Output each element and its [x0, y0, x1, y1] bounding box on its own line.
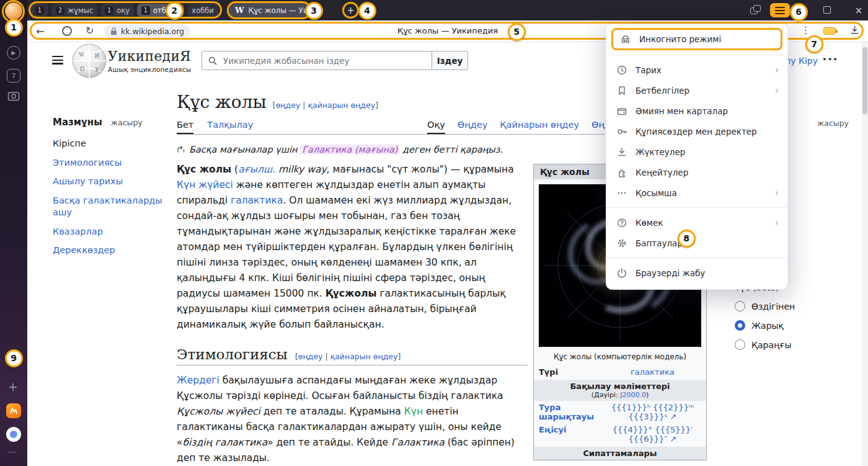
menu-item-downloads[interactable]: Жүктеулер: [606, 141, 787, 162]
sidebar-more-icon[interactable]: ⋯: [8, 447, 17, 457]
toc-hide-button[interactable]: жасыру: [111, 118, 143, 127]
wikipedia-wordmark[interactable]: УикипедиЯ Ашық энциклопедиясы: [108, 48, 191, 73]
image-caption: Құс жолы (компьютерлік модель): [534, 351, 706, 365]
browser-menu: Инкогнито режимі Тарих › Бетбелгілер › Ә…: [606, 24, 788, 290]
menu-item-close-browser[interactable]: Браузерді жабу: [606, 262, 787, 283]
tab-truncated[interactable]: Өң: [591, 120, 604, 134]
downloads-button-icon[interactable]: [849, 25, 860, 38]
chevron-right-icon: ›: [775, 187, 779, 199]
tab-edit[interactable]: Өңдеу: [458, 120, 488, 134]
external-link-icon[interactable]: ↗: [670, 412, 676, 421]
color-option-light[interactable]: Жарық: [735, 320, 846, 331]
alice-assistant-icon[interactable]: [6, 427, 21, 442]
scrollbar[interactable]: [862, 42, 868, 466]
yandex-music-icon[interactable]: [6, 403, 21, 418]
tab-group-jumys[interactable]: 2 жұмыс: [51, 4, 97, 17]
wallet-icon: [616, 105, 627, 117]
menu-item-wallet[interactable]: Әмиян мен карталар: [606, 101, 787, 121]
svg-text:И: И: [95, 53, 99, 59]
browser-menu-button[interactable]: [770, 3, 790, 17]
ra-label-link[interactable]: Тура шарықтауы: [539, 403, 604, 421]
external-link-icon[interactable]: ↗: [670, 434, 676, 444]
svg-text:Ω: Ω: [80, 66, 84, 72]
url-chip[interactable]: kk.wikipedia.org: [104, 24, 190, 38]
article-paragraph: Құс жолы (ағылш. milky way, мағынасы "сү…: [177, 162, 528, 333]
video-play-icon[interactable]: ▶: [7, 46, 20, 60]
extensions-dots-icon[interactable]: ⋮: [801, 25, 810, 36]
color-option-auto[interactable]: Өздігінен: [735, 301, 846, 311]
toc-item[interactable]: Кіріспе: [53, 138, 170, 150]
tab-edit-source[interactable]: Қайнарын өңдеу: [500, 120, 579, 134]
window-maximize-button[interactable]: [823, 6, 831, 14]
tab-groups: 1 2 жұмыс 1 оқу 1 отбасы хобби: [31, 4, 218, 17]
tab-group-label: жұмыс: [68, 6, 93, 15]
tab-group-count: 2: [56, 6, 64, 15]
radio-checked-icon[interactable]: [735, 320, 745, 331]
screenshot-icon[interactable]: [7, 89, 20, 105]
disambiguation-icon: [177, 145, 185, 153]
svg-text:W: W: [79, 52, 84, 58]
menu-item-incognito[interactable]: Инкогнито режимі: [611, 28, 782, 50]
menu-item-extensions[interactable]: Кеңейтулер: [606, 162, 787, 182]
window-close-button[interactable]: ×: [849, 2, 868, 18]
new-tab-button[interactable]: +: [342, 2, 359, 19]
menu-item-history[interactable]: Тарих ›: [606, 60, 787, 80]
menu-item-passwords[interactable]: Құпиясөздер мен деректер: [606, 121, 787, 141]
dec-value: {{{4}}}° {{{5}}}′ {{{6}}}″ ↗: [604, 425, 701, 444]
wikipedia-logo[interactable]: WИΩУ: [72, 43, 107, 81]
tab-counter-badge[interactable]: 7: [7, 69, 20, 83]
search-submit-button[interactable]: Іздеу: [432, 52, 467, 69]
wordmark-title: УикипедиЯ: [108, 48, 191, 64]
annotation-badge-7: 7: [805, 35, 823, 53]
toc-item[interactable]: Басқа галактикаларды ашу: [53, 195, 170, 219]
ra-value: {{{1}}}ʰ {{{2}}}ᵐ {{{3}}}ˢ ↗: [604, 403, 701, 421]
wordmark-tagline: Ашық энциклопедиясы: [108, 66, 191, 73]
toc-item[interactable]: Этимологиясы: [53, 157, 170, 169]
color-option-dark[interactable]: Қараңғы: [735, 339, 846, 350]
chevron-right-icon: ›: [775, 85, 779, 96]
menu-item-more[interactable]: Қосымша ›: [606, 182, 787, 203]
infobox-label: Түрі: [539, 367, 604, 377]
menu-item-help[interactable]: Көмек ›: [606, 212, 787, 233]
browser-window: 1 2 жұмыс 1 оқу 1 отбасы хобби W Құс жол…: [0, 0, 868, 466]
wiki-main-menu-icon[interactable]: [52, 56, 63, 65]
tab-panels-icon[interactable]: [750, 5, 761, 15]
reload-icon[interactable]: ↻: [86, 25, 94, 37]
annotation-badge-1: 1: [5, 19, 23, 37]
battery-saver-icon[interactable]: [823, 27, 836, 35]
tab-read[interactable]: Оқу: [427, 120, 445, 134]
appearance-hide-button[interactable]: жасыру: [817, 119, 849, 128]
personal-tools-more[interactable]: •••: [822, 55, 838, 64]
menu-item-bookmarks[interactable]: Бетбелгілер ›: [606, 80, 787, 101]
login-link[interactable]: Кіру: [799, 56, 818, 66]
tab-group-count: 1: [141, 6, 150, 15]
downloads-icon: [616, 146, 627, 158]
toc-item[interactable]: Квазарлар: [53, 226, 170, 238]
infobox-value-link[interactable]: галактика: [604, 367, 701, 377]
search-input[interactable]: [223, 52, 432, 69]
back-button-icon[interactable]: ←: [36, 25, 44, 37]
tab-group-oqu[interactable]: 1 оқу: [100, 4, 134, 17]
title-edit-links[interactable]: [өңдеу | қайнарын өңдеу]: [273, 101, 378, 110]
tab-article[interactable]: Бет: [177, 120, 193, 134]
sidebar-add-icon[interactable]: +: [8, 380, 18, 393]
scrollbar-thumb[interactable]: [862, 47, 867, 114]
yandex-search-icon[interactable]: [62, 26, 72, 36]
more-dots-icon: [616, 187, 627, 199]
toc-item[interactable]: Дереккөздер: [53, 244, 170, 257]
infobox-section-header: Сипаттамалары: [534, 447, 706, 460]
settings-gear-icon: [616, 238, 627, 249]
tab-group-hobby[interactable]: хобби: [187, 4, 218, 17]
tab-group-1[interactable]: 1: [31, 4, 48, 17]
annotation-badge-3: 3: [305, 2, 323, 20]
toc-item[interactable]: Ашылу тарихы: [53, 176, 170, 188]
active-tab[interactable]: W Құс жолы — Уик ×: [229, 2, 309, 18]
menu-item-settings[interactable]: Баптаулар: [606, 233, 787, 253]
tab-bar: 1 2 жұмыс 1 оқу 1 отбасы хобби W Құс жол…: [27, 0, 868, 20]
dec-label-link[interactable]: Еңісуі: [539, 425, 604, 434]
yandex-sidebar: ▶ 7 + ⋯: [0, 0, 27, 466]
tab-talk[interactable]: Талқылау: [207, 120, 253, 134]
section-edit-links[interactable]: [өңдеу | қайнарын өңдеу]: [295, 352, 401, 361]
radio-icon[interactable]: [735, 301, 745, 311]
radio-icon[interactable]: [735, 339, 745, 350]
